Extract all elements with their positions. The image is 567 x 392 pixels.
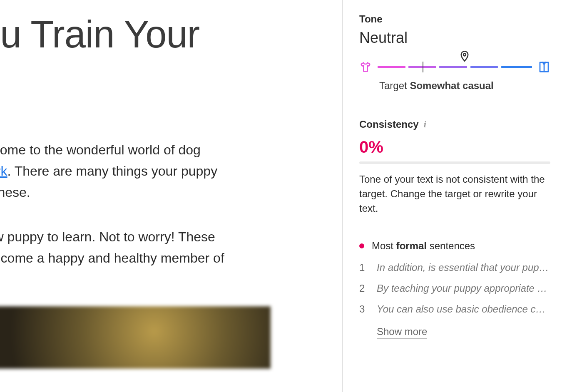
svg-point-0 [463, 54, 466, 56]
sentence-text: You can also use basic obedience command… [377, 303, 550, 315]
sentence-number: 3 [359, 303, 368, 315]
dot-icon [359, 243, 364, 248]
dress-shirt-icon [538, 61, 550, 73]
body-text: /elcome to the wonderful world of dog [0, 142, 201, 157]
sentence-item[interactable]: 1 In addition, is essential that your pu… [359, 262, 550, 273]
pin-icon[interactable] [459, 50, 470, 61]
sentences-header: Most formal sentences [359, 240, 550, 252]
sentence-text: In addition, is essential that your pupp… [377, 262, 550, 273]
consistency-value: 0% [359, 138, 550, 156]
body-text: of these. [0, 185, 30, 200]
target-prefix: Target [379, 80, 410, 91]
tone-value: Neutral [359, 29, 550, 47]
slider-track[interactable] [378, 63, 532, 71]
document-title: ou Train Your [0, 12, 342, 56]
body-text: l become a happy and healthy member of [0, 251, 224, 265]
document-editor[interactable]: ou Train Your /elcome to the wonderful w… [0, 0, 342, 392]
tone-target: Target Somewhat casual [359, 80, 550, 92]
consistency-description: Tone of your text is not consistent with… [359, 172, 550, 216]
header-bold: formal [396, 240, 427, 251]
info-icon[interactable]: i [424, 119, 426, 130]
document-link[interactable]: work [0, 164, 7, 179]
document-body: /elcome to the wonderful world of dog wo… [0, 139, 342, 269]
tone-section: Tone Neutral [343, 0, 567, 105]
sentence-item[interactable]: 2 By teaching your puppy appropriate beh… [359, 283, 550, 294]
sentence-number: 2 [359, 283, 368, 294]
tone-label: Tone [359, 13, 550, 25]
consistency-label: Consistency [359, 119, 419, 130]
tone-slider[interactable] [359, 61, 550, 73]
header-prefix: Most [372, 240, 396, 251]
sentences-section: Most formal sentences 1 In addition, is … [343, 229, 567, 352]
consistency-section: Consistency i 0% Tone of your text is no… [343, 105, 567, 229]
body-text: . There are many things your puppy [7, 164, 218, 179]
sentence-list: 1 In addition, is essential that your pu… [359, 262, 550, 315]
show-more-link[interactable]: Show more [377, 326, 427, 339]
header-suffix: sentences [427, 240, 475, 251]
sidebar-panel: Tone Neutral [342, 0, 567, 392]
sentence-text: By teaching your puppy appropriate behav… [377, 283, 550, 294]
tshirt-icon [359, 61, 372, 73]
sentence-item[interactable]: 3 You can also use basic obedience comma… [359, 303, 550, 315]
document-image [0, 306, 271, 369]
current-tone-marker [423, 62, 423, 72]
target-value: Somewhat casual [410, 80, 493, 91]
sentence-number: 1 [359, 262, 368, 273]
body-text: new puppy to learn. Not to worry! These [0, 229, 215, 244]
consistency-progress-bar [359, 161, 550, 164]
